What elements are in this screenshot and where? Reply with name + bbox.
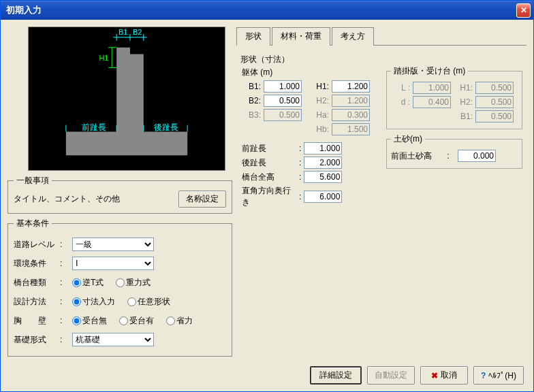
- soil-legend: 土砂(m): [391, 133, 425, 145]
- approach-d-input: [413, 96, 451, 108]
- parapet-labor-radio[interactable]: 省力: [166, 315, 193, 327]
- body-fieldset: 躯体 (m) B1: H1: B2: H: [240, 65, 383, 212]
- left-column: B1 B2 H1 前趾長 後趾長 一般事項: [7, 27, 232, 385]
- bottom-button-bar: 詳細設定 自動設定 ✖取消 ?ﾍﾙﾌﾟ(H): [310, 366, 524, 385]
- road-level-label: 道路レベル: [14, 239, 54, 250]
- general-fieldset: 一般事項 タイトル、コメント、その他 名称設定: [7, 175, 232, 214]
- b3-input: [264, 109, 302, 121]
- env-label: 環境条件: [14, 258, 54, 270]
- parapet-with-radio[interactable]: 受台有: [119, 315, 154, 327]
- general-legend: 一般事項: [14, 175, 52, 186]
- front-toe-input[interactable]: [304, 142, 342, 154]
- total-height-input[interactable]: [304, 171, 342, 183]
- svg-text:H1: H1: [99, 54, 108, 62]
- body-label: 躯体 (m): [242, 67, 382, 78]
- type-inverted-t-radio[interactable]: 逆T式: [72, 277, 104, 289]
- shape-diagram: B1 B2 H1 前趾長 後趾長: [28, 27, 225, 171]
- detail-settings-button[interactable]: 詳細設定: [310, 366, 362, 385]
- svg-text:B1: B1: [119, 28, 127, 36]
- approach-fieldset: 踏掛版・受け台 (m) L : H1: d :: [386, 65, 522, 129]
- tab-shape[interactable]: 形状: [236, 27, 270, 46]
- general-text: タイトル、コメント、その他: [14, 193, 120, 205]
- tab-material[interactable]: 材料・荷重: [272, 27, 330, 46]
- method-dimension-radio[interactable]: 寸法入力: [72, 296, 115, 308]
- right-column: 形状 材料・荷重 考え方 形状（寸法） 躯体 (m) B1:: [236, 27, 527, 385]
- foundation-select[interactable]: 杭基礎: [72, 333, 154, 346]
- conditions-fieldset: 基本条件 道路レベル : 一級 環境条件 : Ⅰ 橋台種類 : 逆T式: [7, 218, 232, 357]
- hb-input: [332, 123, 370, 135]
- auto-settings-button: 自動設定: [367, 366, 415, 385]
- svg-text:B2: B2: [133, 28, 142, 36]
- type-gravity-radio[interactable]: 重力式: [116, 277, 151, 289]
- ha-input: [332, 109, 370, 121]
- road-level-select[interactable]: 一級: [72, 238, 154, 251]
- name-settings-button[interactable]: 名称設定: [178, 191, 226, 208]
- close-icon: ✕: [520, 5, 527, 15]
- cancel-button[interactable]: ✖取消: [420, 366, 468, 385]
- conditions-legend: 基本条件: [14, 218, 52, 229]
- cancel-icon: ✖: [431, 371, 438, 380]
- soil-fieldset: 土砂(m) 前面土砂高 :: [386, 133, 522, 169]
- b2-input[interactable]: [264, 95, 302, 107]
- svg-text:後趾長: 後趾長: [154, 122, 178, 132]
- shape-legend: 形状（寸法）: [240, 54, 289, 65]
- tab-bar: 形状 材料・荷重 考え方: [236, 27, 527, 46]
- method-arbitrary-radio[interactable]: 任意形状: [127, 296, 170, 308]
- rear-toe-input[interactable]: [304, 157, 342, 169]
- tab-shape-content: 形状（寸法） 躯体 (m) B1: H1:: [236, 50, 527, 224]
- h2-input: [332, 95, 370, 107]
- parapet-none-radio[interactable]: 受台無: [72, 315, 107, 327]
- env-select[interactable]: Ⅰ: [72, 257, 154, 270]
- foundation-label: 基礎形式: [14, 334, 54, 346]
- approach-b1-input: [475, 110, 514, 122]
- b1-input[interactable]: [264, 80, 302, 93]
- dialog-window: 初期入力 ✕ B1 B2: [0, 0, 534, 392]
- approach-l-input: [413, 82, 451, 94]
- depth-input[interactable]: [304, 191, 342, 203]
- approach-h2-input: [475, 96, 514, 108]
- shape-fieldset: 形状（寸法） 躯体 (m) B1: H1:: [240, 54, 522, 216]
- design-method-label: 設計方法: [14, 296, 54, 308]
- abutment-type-label: 橋台種類: [14, 277, 54, 289]
- svg-marker-0: [66, 48, 187, 155]
- titlebar: 初期入力 ✕: [1, 1, 533, 20]
- parapet-label: 胸 壁: [14, 315, 54, 327]
- tab-concept[interactable]: 考え方: [332, 27, 374, 46]
- h1-input[interactable]: [332, 80, 370, 93]
- help-icon: ?: [481, 371, 486, 380]
- close-button[interactable]: ✕: [516, 3, 531, 18]
- svg-text:前趾長: 前趾長: [82, 122, 106, 132]
- approach-legend: 踏掛版・受け台 (m): [391, 65, 468, 77]
- front-soil-input[interactable]: [458, 150, 496, 162]
- content-area: B1 B2 H1 前趾長 後趾長 一般事項: [1, 20, 533, 391]
- approach-h1-input: [475, 82, 514, 94]
- help-button[interactable]: ?ﾍﾙﾌﾟ(H): [473, 366, 524, 385]
- window-title: 初期入力: [6, 4, 42, 16]
